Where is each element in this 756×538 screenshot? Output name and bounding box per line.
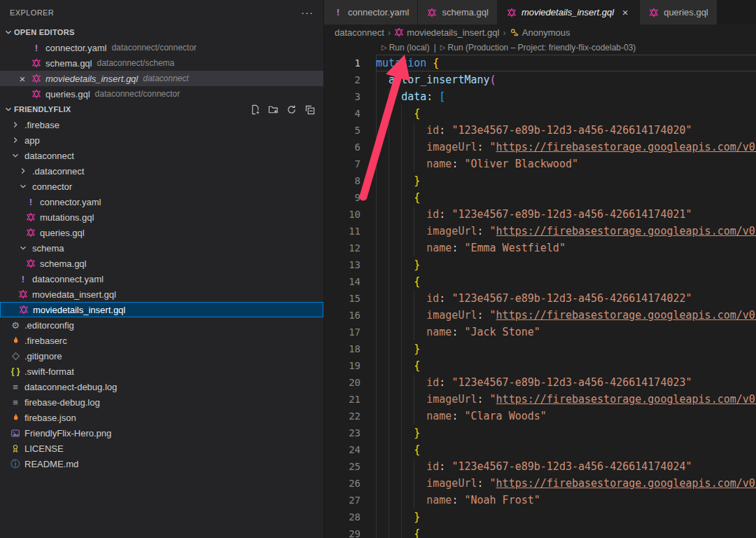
code-line-content[interactable]: imageUrl: "https://firebasestorage.googl… — [376, 391, 756, 408]
tree-item-label: connector.yaml — [40, 197, 101, 207]
open-editor-item-queries.gql[interactable]: queries.gqldataconnect/connector — [0, 86, 323, 102]
code-line-23: 23 } — [324, 425, 756, 441]
tab-moviedetails_insert.gql[interactable]: moviedetails_insert.gql× — [498, 0, 639, 25]
code-line-content[interactable]: id: "123e4567-e89b-12d3-a456-42661417402… — [376, 122, 756, 139]
code-line-content[interactable]: { — [376, 189, 756, 206]
code-line-content[interactable]: { — [376, 525, 756, 538]
tree-item-app[interactable]: app — [0, 132, 323, 148]
tree-item-FriendlyFlix-Hero.png[interactable]: FriendlyFlix-Hero.png — [0, 425, 323, 441]
open-editors-header[interactable]: OPEN EDITORS — [0, 25, 323, 40]
code-line-content[interactable]: } — [376, 172, 756, 189]
code-line-content[interactable]: } — [376, 340, 756, 357]
code-line-content[interactable]: } — [376, 509, 756, 525]
code-line-content[interactable]: actor_insertMany( — [376, 71, 756, 88]
tree-item-queries.gql[interactable]: queries.gql — [0, 225, 323, 240]
line-number: 2 — [324, 71, 376, 88]
code-line-7: 7 name: "Oliver Blackwood" — [324, 156, 756, 172]
tree-item-connector.yaml[interactable]: !connector.yaml — [0, 194, 323, 209]
code-line-content[interactable]: name: "Noah Frost" — [376, 492, 756, 509]
new-folder-button[interactable] — [266, 102, 280, 116]
tab-schema.gql[interactable]: schema.gql — [418, 0, 496, 25]
tree-item-firebase-debug.log[interactable]: ≡firebase-debug.log — [0, 394, 323, 410]
run-production-lens[interactable]: ▷ Run (Production – Project: friendly-fl… — [440, 43, 636, 53]
code-line-content[interactable]: name: "Clara Woods" — [376, 408, 756, 425]
code-line-content[interactable]: imageUrl: "https://firebasestorage.googl… — [376, 223, 756, 240]
graphql-icon — [26, 212, 36, 222]
tree-item-connector[interactable]: connector — [0, 179, 323, 194]
tab-queries.gql[interactable]: queries.gql — [640, 0, 717, 25]
tree-item-dataconnect[interactable]: dataconnect — [0, 148, 323, 163]
file-name: queries.gql — [46, 89, 90, 99]
code-line-content[interactable]: imageUrl: "https://firebasestorage.googl… — [376, 139, 756, 156]
tree-item-.firebaserc[interactable]: .firebaserc — [0, 333, 323, 348]
workspace-header[interactable]: FRIENDLYFLIX — [0, 102, 323, 117]
code-line-content[interactable]: name: "Emma Westfield" — [376, 240, 756, 256]
code-line-21: 21 imageUrl: "https://firebasestorage.go… — [324, 391, 756, 408]
open-editor-item-schema.gql[interactable]: schema.gqldataconnect/schema — [0, 55, 323, 71]
tree-item-README.md[interactable]: ⓘREADME.md — [0, 456, 323, 471]
tree-item-.editorconfig[interactable]: ⚙.editorconfig — [0, 317, 323, 333]
flame-icon — [11, 413, 20, 422]
tree-item-firebase.json[interactable]: firebase.json — [0, 410, 323, 425]
code-line-content[interactable]: imageUrl: "https://firebasestorage.googl… — [376, 475, 756, 492]
code-line-content[interactable]: name: "Oliver Blackwood" — [376, 156, 756, 172]
more-actions-icon[interactable]: ··· — [301, 6, 314, 18]
git-icon — [11, 352, 20, 361]
image-icon — [10, 429, 20, 438]
explorer-title-row: EXPLORER ··· — [0, 0, 323, 25]
code-line-content[interactable]: data: [ — [376, 88, 756, 105]
tree-item-label: mutations.gql — [40, 212, 94, 223]
open-editors-list: !connector.yamldataconnect/connectorsche… — [0, 40, 323, 102]
tree-item-.swift-format[interactable]: { }.swift-format — [0, 364, 323, 379]
graphql-icon — [507, 8, 517, 18]
line-number: 5 — [324, 122, 376, 139]
breadcrumb-item-Anonymous[interactable]: Anonymous — [510, 27, 570, 38]
tree-item-schema[interactable]: schema — [0, 240, 323, 256]
tree-item-moviedata_insert.gql[interactable]: moviedata_insert.gql — [0, 287, 323, 302]
close-icon[interactable]: × — [20, 73, 26, 85]
tree-item-schema.gql[interactable]: schema.gql — [0, 256, 323, 271]
code-line-content[interactable]: } — [376, 425, 756, 441]
tree-item-.dataconnect[interactable]: .dataconnect — [0, 163, 323, 179]
run-local-lens[interactable]: ▷ Run (local) — [382, 43, 430, 53]
code-line-content[interactable]: } — [376, 256, 756, 273]
code-editor[interactable]: 1mutation {2 actor_insertMany(3 data: [4… — [324, 55, 756, 538]
log-icon: ≡ — [13, 382, 18, 392]
tab-close-button[interactable]: × — [620, 7, 631, 18]
tree-item-dataconnect-debug.log[interactable]: ≡dataconnect-debug.log — [0, 379, 323, 394]
graphql-icon — [31, 89, 41, 99]
breadcrumb-item-dataconnect[interactable]: dataconnect — [335, 27, 384, 38]
tree-item-LICENSE[interactable]: LICENSE — [0, 441, 323, 456]
breadcrumb-item-moviedetails_insert.gql[interactable]: moviedetails_insert.gql — [394, 27, 499, 38]
collapse-all-button[interactable] — [302, 102, 316, 116]
code-line-content[interactable]: id: "123e4567-e89b-12d3-a456-42661417402… — [376, 458, 756, 475]
code-line-content[interactable]: { — [376, 273, 756, 290]
open-editor-item-moviedetails_insert.gql[interactable]: ×moviedetails_insert.gqldataconnect — [0, 71, 323, 86]
code-line-content[interactable]: imageUrl: "https://firebasestorage.googl… — [376, 307, 756, 324]
code-line-8: 8 } — [324, 172, 756, 189]
code-line-content[interactable]: id: "123e4567-e89b-12d3-a456-42661417402… — [376, 206, 756, 223]
tree-item-label: schema.gql — [40, 258, 86, 269]
code-line-content[interactable]: mutation { — [376, 55, 756, 71]
code-line-content[interactable]: { — [376, 105, 756, 122]
tree-item-mutations.gql[interactable]: mutations.gql — [0, 209, 323, 225]
breadcrumb-label: dataconnect — [335, 27, 384, 38]
workspace-label: FRIENDLYFLIX — [14, 105, 71, 113]
code-line-content[interactable]: { — [376, 441, 756, 458]
tree-item-dataconnect.yaml[interactable]: !dataconnect.yaml — [0, 271, 323, 287]
new-file-button[interactable] — [248, 102, 262, 116]
refresh-button[interactable] — [284, 102, 298, 116]
tree-item-moviedetails_insert.gql[interactable]: moviedetails_insert.gql — [0, 302, 323, 317]
code-line-content[interactable]: id: "123e4567-e89b-12d3-a456-42661417402… — [376, 290, 756, 307]
code-line-10: 10 id: "123e4567-e89b-12d3-a456-42661417… — [324, 206, 756, 223]
code-line-content[interactable]: name: "Jack Stone" — [376, 324, 756, 340]
code-line-content[interactable]: id: "123e4567-e89b-12d3-a456-42661417402… — [376, 374, 756, 391]
tree-item-.firebase[interactable]: .firebase — [0, 117, 323, 132]
line-number: 29 — [324, 525, 376, 538]
open-editor-item-connector.yaml[interactable]: !connector.yamldataconnect/connector — [0, 40, 323, 55]
tab-connector.yaml[interactable]: !connector.yaml — [324, 0, 417, 25]
line-number: 20 — [324, 374, 376, 391]
code-line-content[interactable]: { — [376, 357, 756, 374]
tree-item-.gitignore[interactable]: .gitignore — [0, 348, 323, 364]
tab-label: connector.yaml — [348, 7, 409, 18]
